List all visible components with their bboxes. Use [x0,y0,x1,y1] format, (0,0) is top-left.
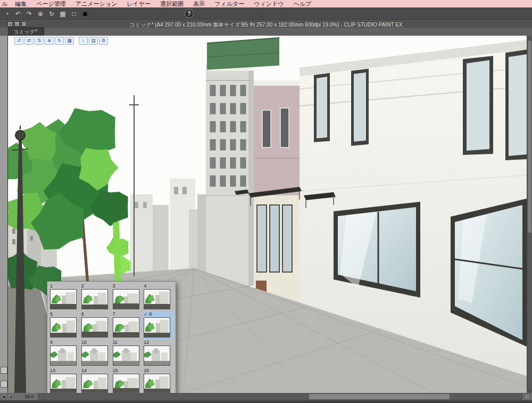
thumbnail-number: 7 [113,311,142,317]
thumbnail-image[interactable] [81,289,108,309]
snap-icon[interactable]: ⊕ [36,9,45,19]
preset-thumbnail-16[interactable]: 16 [143,367,174,393]
3d-object-list-icon[interactable]: ▤ [89,37,98,45]
preset-thumbnail-10[interactable]: 10 [80,339,112,367]
thumbnail-image[interactable] [144,289,170,309]
thumbnail-image[interactable] [144,346,170,366]
document-titlebar: × – □ コミック* (A4 297.00 x 210.00mm 製本サイズ:… [0,20,532,28]
3d-object-rotate-icon[interactable]: ↻ [55,37,64,45]
preset-thumbnail-15[interactable]: 15 [112,367,143,393]
3d-camera-pan-icon[interactable]: ⇄ [24,37,34,45]
clip-studio-icon[interactable]: ◔ [2,9,12,19]
thumbnail-image[interactable] [81,346,108,366]
canvas-nav-button[interactable]: ▦ [1,394,7,400]
cream-storefront-building [254,195,300,306]
dock-edge-button[interactable] [1,381,7,388]
thumbnail-number: 9 [50,340,79,346]
thumbnail-number: 14 [81,368,111,374]
menu-edit[interactable]: 編集 [10,0,31,7]
scroll-up-icon[interactable]: ▲ [527,36,532,39]
menu-window[interactable]: ウィンドウ [249,0,288,7]
horizontal-scrollbar[interactable] [38,393,522,400]
vertical-scroll-thumb[interactable] [528,41,531,233]
grid-icon[interactable]: ▦ [58,9,68,19]
thumbnail-image[interactable] [50,374,77,393]
status-strip [0,400,532,403]
thumbnail-image[interactable] [113,289,139,309]
thumbnail-image[interactable] [81,317,108,338]
preset-thumbnail-1[interactable]: 1 [49,283,80,311]
menu-selection[interactable]: 選択範囲 [155,0,188,7]
thumbnail-number: 4 [144,283,173,289]
workspace: ↺⇄⇅⊕↻▦⌂▤⚙ 1234567✓ 8910111213141516 ▲ ▼ … [0,36,532,403]
thumbnail-image[interactable] [50,289,77,309]
preset-thumbnail-2[interactable]: 2 [80,283,112,311]
thumbnail-number: 5 [50,311,79,317]
preset-thumbnail-8[interactable]: ✓ 8 [143,311,174,339]
3d-camera-rotate-icon[interactable]: ↺ [14,37,23,45]
thumbnail-number: 1 [50,283,79,289]
thumbnail-number: 12 [144,340,173,346]
page-nav-button[interactable]: ▤ [8,394,14,400]
canvas[interactable]: ↺⇄⇅⊕↻▦⌂▤⚙ 1234567✓ 8910111213141516 [8,36,527,393]
horizontal-scroll-thumb[interactable] [309,394,450,399]
thumbnail-number-selected: ✓ 8 [144,311,173,317]
preset-thumbnail-13[interactable]: 13 [49,367,80,393]
thumbnail-panel: 1234567✓ 8910111213141516 [47,281,176,393]
zoom-level: 19.0 [24,394,34,399]
3d-operation-toolbar: ↺⇄⇅⊕↻▦⌂▤⚙ [14,37,108,45]
vertical-scrollbar[interactable]: ▲ ▼ [527,36,532,393]
help-icon[interactable]: ? [185,9,194,18]
thumbnail-image[interactable] [144,374,170,393]
3d-object-move-icon[interactable]: ⊕ [45,37,54,45]
3d-root-position-icon[interactable]: ⌂ [79,37,88,45]
thumbnail-image[interactable] [81,374,108,393]
menu-animation[interactable]: アニメーション [71,0,122,7]
undo-icon[interactable]: ↶ [13,9,23,19]
3d-camera-dolly-icon[interactable]: ⇅ [35,37,44,45]
left-dock-strip [0,36,8,400]
menubar: ル編集ページ管理アニメーションレイヤー選択範囲表示フィルターウィンドウヘルプ [0,0,532,7]
preset-thumbnail-12[interactable]: 12 [143,339,174,367]
menu-help[interactable]: ヘルプ [288,0,316,7]
foreground-color-swatch[interactable]: ■ [80,9,90,19]
menu-layer[interactable]: レイヤー [122,0,155,7]
thumbnail-image[interactable] [50,317,77,338]
pink-building [254,80,300,196]
tab-strip: コミック* [0,28,532,36]
thumbnail-number: 2 [81,283,111,289]
menu-view[interactable]: 表示 [188,0,210,7]
canvas-bottom-bar: ▦ ▤ 19.0 [0,393,532,400]
thumbnail-image[interactable] [144,317,170,338]
preset-thumbnail-14[interactable]: 14 [80,367,112,393]
thumbnail-number: 10 [81,340,111,346]
3d-object-snap-icon[interactable]: ▦ [65,37,74,45]
preset-thumbnail-5[interactable]: 5 [49,311,80,339]
menu-page-manage[interactable]: ページ管理 [31,0,71,7]
thumbnail-image[interactable] [113,317,139,338]
thumbnail-number: 11 [113,340,142,346]
page-icon[interactable]: □ [69,9,79,19]
canvas-tab[interactable]: コミック* [8,27,44,36]
thumbnail-number: 3 [113,283,142,289]
thumbnail-image[interactable] [113,346,139,366]
menu-filter[interactable]: フィルター [210,0,249,7]
scroll-down-icon[interactable]: ▼ [527,389,532,392]
preset-thumbnail-11[interactable]: 11 [112,339,143,367]
menu-file-partial[interactable]: ル [0,0,10,7]
preset-thumbnail-4[interactable]: 4 [143,283,174,311]
redo-icon[interactable]: ↷ [24,9,34,19]
preset-thumbnail-9[interactable]: 9 [49,339,80,367]
thumbnail-image[interactable] [50,346,77,366]
preset-thumbnail-7[interactable]: 7 [112,311,143,339]
thumbnail-number: 6 [81,311,111,317]
rotate-view-icon[interactable]: ↻ [47,9,56,19]
resize-grip[interactable] [524,393,530,400]
3d-settings-icon[interactable]: ⚙ [99,37,108,45]
preset-thumbnail-6[interactable]: 6 [80,311,112,339]
dock-edge-button[interactable] [1,367,7,374]
preset-thumbnail-3[interactable]: 3 [112,283,143,311]
thumbnail-number: 16 [144,368,173,374]
thumbnail-number: 15 [113,368,142,374]
thumbnail-image[interactable] [113,374,139,393]
